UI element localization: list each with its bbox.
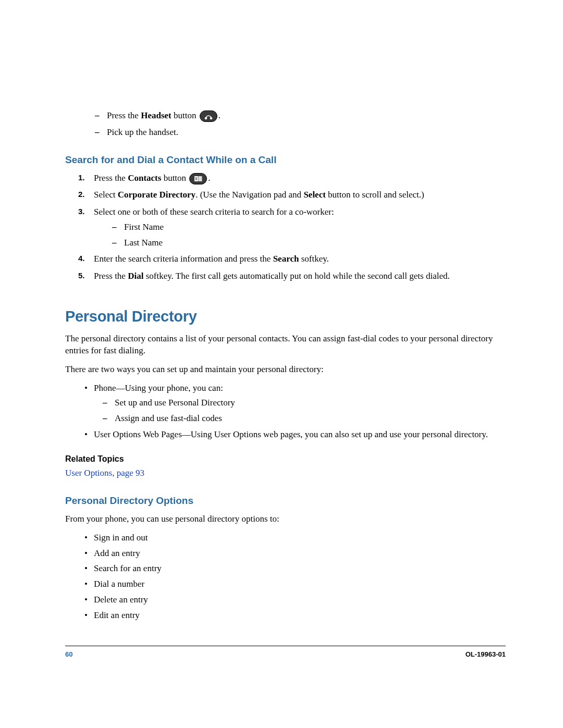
list-item: First Name [124, 221, 506, 233]
list-item: Assign and use fast-dial codes [115, 412, 506, 425]
step-number: 2. [78, 189, 85, 200]
bold-corp-dir: Corporate Directory [118, 190, 195, 200]
heading-personal-directory: Personal Directory [65, 308, 506, 325]
bold-search: Search [273, 254, 299, 264]
step-number: 3. [78, 206, 85, 217]
text-fragment: Select [94, 190, 118, 200]
pd-ways-list: Phone—Using your phone, you can: Set up … [65, 382, 506, 441]
pdo-list: Sign in and out Add an entry Search for … [65, 532, 506, 622]
headset-icon [200, 110, 217, 122]
step-item: 4. Enter the search criteria information… [94, 253, 506, 266]
list-item: Last Name [124, 237, 506, 249]
bold-contacts: Contacts [128, 173, 161, 183]
step-item: 5. Press the Dial softkey. The first cal… [94, 270, 506, 283]
user-options-link[interactable]: User Options, page 93 [65, 468, 144, 478]
step-number: 1. [78, 172, 85, 183]
step-item: 2. Select Corporate Directory. (Use the … [94, 189, 506, 202]
step-number: 5. [78, 270, 85, 281]
related-topics-heading: Related Topics [65, 454, 506, 464]
related-link-row: User Options, page 93 [65, 467, 506, 479]
text-fragment: button to scroll and select.) [326, 190, 424, 200]
text-fragment: Phone—Using your phone, you can: [94, 383, 223, 393]
page-number: 60 [65, 650, 72, 658]
text-fragment: button [161, 173, 188, 183]
heading-pd-options: Personal Directory Options [65, 495, 506, 507]
bold-select: Select [303, 190, 325, 200]
heading-search-contact: Search for and Dial a Contact While on a… [65, 154, 506, 166]
text-fragment: Select one or both of these search crite… [94, 207, 334, 217]
list-item: Add an entry [94, 547, 506, 560]
contacts-icon [189, 173, 207, 184]
text-fragment: Press the [94, 271, 128, 281]
step-number: 4. [78, 253, 85, 264]
list-item: Dial a number [94, 578, 506, 590]
text-fragment: softkey. The first call gets automatical… [143, 271, 449, 281]
pd-para-1: The personal directory contains a list o… [65, 332, 506, 357]
list-item: Edit an entry [94, 609, 506, 622]
numbered-steps: 1. Press the Contacts button . 2. Select… [65, 172, 506, 283]
criteria-list: First Name Last Name [94, 221, 506, 249]
list-item: Delete an entry [94, 594, 506, 606]
text-fragment: softkey. [299, 254, 328, 264]
text-fragment: button [172, 110, 199, 120]
intro-dash-list: Press the Headset button . Pick up the h… [65, 109, 506, 139]
list-item: Press the Headset button . [107, 109, 506, 122]
step-item: 3. Select one or both of these search cr… [94, 206, 506, 249]
bold-headset: Headset [141, 110, 172, 120]
svg-point-1 [204, 117, 207, 120]
page-footer: 60 OL-19963-01 [65, 646, 506, 658]
svg-rect-5 [199, 176, 202, 181]
list-item: User Options Web Pages—Using User Option… [94, 428, 506, 441]
document-id: OL-19963-01 [466, 650, 506, 658]
svg-point-2 [210, 117, 212, 120]
pd-para-2: There are two ways you can set up and ma… [65, 363, 506, 376]
text-fragment: Press the [94, 173, 128, 183]
pd-sub-list: Set up and use Personal Directory Assign… [94, 397, 506, 425]
list-item: Pick up the handset. [107, 126, 506, 139]
text-fragment: Press the [107, 110, 141, 120]
text-fragment: . [218, 110, 221, 120]
list-item: Phone—Using your phone, you can: Set up … [94, 382, 506, 424]
list-item: Sign in and out [94, 532, 506, 544]
step-item: 1. Press the Contacts button . [94, 172, 506, 185]
text-fragment: Enter the search criteria information an… [94, 254, 273, 264]
text-fragment: . (Use the Navigation pad and [195, 190, 303, 200]
bold-dial: Dial [128, 271, 143, 281]
pdo-intro: From your phone, you can use personal di… [65, 513, 506, 525]
list-item: Set up and use Personal Directory [115, 397, 506, 409]
svg-rect-0 [200, 111, 217, 122]
list-item: Search for an entry [94, 562, 506, 575]
text-fragment: . [208, 173, 210, 183]
